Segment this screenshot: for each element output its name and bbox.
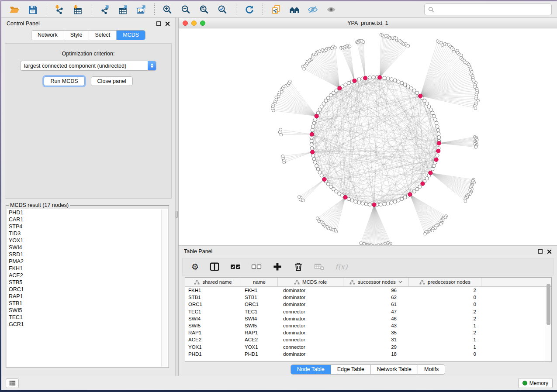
tab-select[interactable]: Select xyxy=(89,31,117,40)
network-view-titlebar: YPA_prune.txt_1 xyxy=(179,18,557,28)
first-neighbors-button[interactable] xyxy=(287,3,302,16)
column-header-predecessor-nodes[interactable]: predecessor nodes xyxy=(409,278,481,286)
column-header-MCDS-role[interactable]: MCDS role xyxy=(278,278,343,286)
table-cell: connector xyxy=(278,309,343,314)
mcds-result-list[interactable]: PHD1CAR1STP4TID3YOX1SWI4SRD1PMA2FKH1ACE2… xyxy=(7,209,168,367)
tab-mcds[interactable]: MCDS xyxy=(117,31,145,40)
show-all-button[interactable] xyxy=(323,3,339,16)
table-row[interactable]: SWI4SWI4dominator462 xyxy=(185,315,551,322)
table-row[interactable]: YOX1YOX1connector291 xyxy=(185,344,551,351)
search-box[interactable] xyxy=(424,3,552,15)
mcds-result-item[interactable]: CAR1 xyxy=(7,216,168,223)
table-scrollbar-thumb[interactable] xyxy=(547,284,550,325)
import-network-icon xyxy=(54,5,65,14)
table-row[interactable]: TEC1TEC1connector472 xyxy=(185,308,551,315)
mcds-result-item[interactable]: PHD1 xyxy=(7,209,168,216)
mcds-result-item[interactable]: ORC1 xyxy=(7,286,168,293)
save-session-button[interactable] xyxy=(25,3,41,16)
network-graph[interactable] xyxy=(179,28,557,245)
function-builder-button: f(x) xyxy=(335,263,347,271)
fx-icon: f(x) xyxy=(335,263,347,271)
add-column-button[interactable] xyxy=(272,262,283,272)
table-row[interactable]: RAP1RAP1dominator352 xyxy=(185,329,551,336)
table-cell: ORC1 xyxy=(241,302,278,307)
float-panel-icon[interactable] xyxy=(156,21,161,26)
column-header-name[interactable]: name xyxy=(241,278,278,286)
mcds-result-item[interactable]: SRD1 xyxy=(7,251,168,258)
export-image-button[interactable] xyxy=(133,3,149,16)
export-table-button[interactable] xyxy=(115,3,131,16)
control-panel: Control Panel NetworkStyleSelectMCDS Opt… xyxy=(1,18,175,376)
zoom-out-icon xyxy=(181,5,191,14)
app-window: Control Panel NetworkStyleSelectMCDS Opt… xyxy=(1,1,557,390)
close-table-panel-icon[interactable] xyxy=(547,249,552,254)
zoom-fit-button[interactable] xyxy=(197,3,212,16)
mcds-result-item[interactable]: STB5 xyxy=(7,279,168,286)
tab-edge-table[interactable]: Edge Table xyxy=(331,365,371,374)
table-settings-button[interactable]: ⚙ xyxy=(191,263,199,271)
panel-splitter[interactable] xyxy=(175,18,178,376)
table-cell: SWI4 xyxy=(241,316,278,321)
table-cell: PHD1 xyxy=(241,351,278,357)
mcds-result-item[interactable]: FKH1 xyxy=(7,265,168,272)
tab-network[interactable]: Network xyxy=(31,31,64,40)
list-scrollbar[interactable] xyxy=(161,210,167,366)
select-stepper-icon xyxy=(148,61,156,70)
table-row[interactable]: SWI5SWI5connector431 xyxy=(185,322,551,329)
network-view-window: YPA_prune.txt_1 xyxy=(178,18,557,245)
mcds-result-item[interactable]: RAP1 xyxy=(7,293,168,300)
mcds-result-item[interactable]: SWI5 xyxy=(7,307,168,314)
table-cell: 96 xyxy=(343,288,409,293)
float-table-panel-icon[interactable] xyxy=(538,249,543,254)
network-canvas[interactable] xyxy=(179,28,557,245)
memory-button[interactable]: Memory xyxy=(518,378,553,388)
toggle-pane-button[interactable] xyxy=(209,262,220,272)
table-row[interactable]: FKH1FKH1dominator962 xyxy=(185,287,551,294)
export-network-icon xyxy=(99,5,110,14)
close-panel-icon[interactable] xyxy=(165,21,170,26)
hide-selected-button[interactable] xyxy=(305,3,321,16)
zoom-out-button[interactable] xyxy=(178,3,194,16)
import-table-button[interactable] xyxy=(70,3,86,16)
first-neighbors-icon xyxy=(289,5,300,14)
tab-network-table[interactable]: Network Table xyxy=(371,365,418,374)
zoom-in-button[interactable] xyxy=(160,3,176,16)
refresh-view-button[interactable] xyxy=(242,3,257,16)
table-row[interactable]: STB1STB1dominator620 xyxy=(185,294,551,301)
table-row[interactable]: ORC1ORC1dominator610 xyxy=(185,301,551,308)
sort-chevron-icon xyxy=(398,281,402,283)
search-input[interactable] xyxy=(436,7,548,13)
mcds-result-item[interactable]: SWI4 xyxy=(7,244,168,251)
task-history-button[interactable] xyxy=(6,378,19,388)
mcds-result-item[interactable]: TEC1 xyxy=(7,314,168,321)
tab-node-table[interactable]: Node Table xyxy=(291,365,331,374)
deselect-all-icon xyxy=(251,262,262,272)
column-header-shared-name[interactable]: shared name xyxy=(185,278,241,286)
mcds-result-item[interactable]: TID3 xyxy=(7,230,168,237)
close-panel-button[interactable]: Close panel xyxy=(91,76,133,86)
open-session-button[interactable] xyxy=(7,3,22,16)
delete-column-button[interactable] xyxy=(293,262,304,272)
export-network-button[interactable] xyxy=(97,3,112,16)
mcds-result-item[interactable]: GCR1 xyxy=(7,321,168,328)
deselect-all-button[interactable] xyxy=(251,262,262,272)
splitter-grip-icon[interactable] xyxy=(176,211,178,218)
mcds-result-item[interactable]: YOX1 xyxy=(7,237,168,244)
table-row[interactable]: PHD1PHD1dominator180 xyxy=(185,351,551,358)
tab-motifs[interactable]: Motifs xyxy=(418,365,445,374)
column-header-successor-nodes[interactable]: successor nodes xyxy=(343,278,409,286)
mcds-result-item[interactable]: PMA2 xyxy=(7,258,168,265)
select-all-button[interactable] xyxy=(230,262,241,272)
mcds-result-item[interactable]: ACE2 xyxy=(7,272,168,279)
table-cell: 62 xyxy=(343,295,409,300)
control-panel-tabs: NetworkStyleSelectMCDS xyxy=(1,29,175,41)
clone-network-button[interactable] xyxy=(268,3,284,16)
tab-style[interactable]: Style xyxy=(64,31,89,40)
zoom-selected-button[interactable] xyxy=(215,3,231,16)
mcds-result-item[interactable]: STP4 xyxy=(7,223,168,230)
import-network-button[interactable] xyxy=(52,3,67,16)
criterion-select[interactable]: largest connected component (undirected) xyxy=(20,61,156,71)
run-mcds-button[interactable]: Run MCDS xyxy=(44,76,84,86)
mcds-result-item[interactable]: STB1 xyxy=(7,300,168,307)
table-row[interactable]: ACE2ACE2connector311 xyxy=(185,336,551,343)
